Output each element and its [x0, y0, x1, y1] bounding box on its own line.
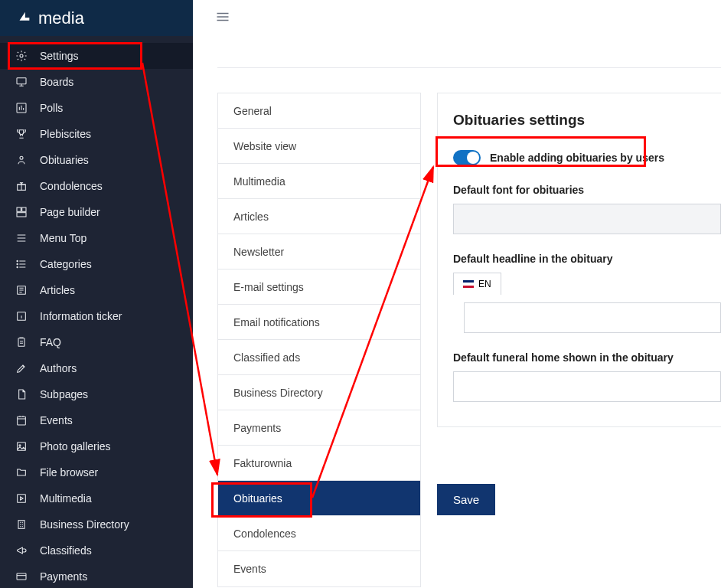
trophy-icon — [15, 128, 28, 140]
default-funeral-block: Default funeral home shown in the obitua… — [453, 351, 721, 402]
sidebar-item-plebiscites[interactable]: Plebiscites — [0, 121, 193, 147]
megaphone-icon — [15, 544, 28, 557]
default-font-block: Default font for obituaries — [453, 184, 721, 234]
sidebar-item-label: Boards — [40, 76, 73, 88]
svg-point-16 — [19, 445, 21, 446]
submenu-item-label: Condolences — [233, 528, 296, 540]
sidebar-item-boards[interactable]: Boards — [0, 69, 193, 95]
submenu-item-articles[interactable]: Articles — [218, 199, 420, 234]
submenu-item-label: E-mail settings — [233, 281, 304, 293]
svg-rect-14 — [18, 416, 26, 425]
svg-point-3 — [20, 156, 23, 159]
submenu-item-label: Email notifications — [233, 316, 320, 328]
submenu-item-label: Obituaries — [233, 492, 282, 505]
sidebar-item-classifieds[interactable]: Classifieds — [0, 537, 193, 564]
svg-rect-19 — [17, 573, 26, 580]
sidebar-item-authors[interactable]: Authors — [0, 355, 193, 381]
language-tabs: EN — [453, 273, 721, 295]
sidebar-item-multimedia[interactable]: Multimedia — [0, 485, 193, 511]
sidebar-item-label: Events — [40, 414, 73, 426]
list-icon — [15, 258, 28, 270]
tab-en[interactable]: EN — [453, 273, 501, 295]
submenu-item-label: Newsletter — [233, 246, 284, 258]
sidebar-item-label: Condolences — [40, 180, 103, 192]
newspaper-icon — [15, 284, 28, 296]
submenu-item-obituaries[interactable]: Obituaries — [218, 481, 420, 516]
calendar-icon — [15, 414, 28, 426]
submenu-item-newsletter[interactable]: Newsletter — [218, 234, 420, 270]
sidebar-item-label: Multimedia — [40, 492, 92, 505]
submenu-item-condolences[interactable]: Condolences — [218, 516, 420, 551]
svg-rect-17 — [18, 495, 26, 503]
panel-title: Obituaries settings — [453, 112, 721, 129]
submenu-item-fakturownia[interactable]: Fakturownia — [218, 446, 420, 481]
sidebar-item-page-builder[interactable]: Page builder — [0, 199, 193, 225]
svg-point-8 — [17, 260, 18, 261]
submenu-item-email-notifications[interactable]: Email notifications — [218, 305, 420, 340]
sidebar-item-label: FAQ — [40, 336, 61, 348]
default-headline-label: Default headline in the obituary — [453, 253, 721, 265]
sidebar-item-label: File browser — [40, 466, 98, 479]
gear-icon — [15, 50, 28, 62]
submenu-item-website-view[interactable]: Website view — [218, 129, 420, 164]
enable-obituaries-toggle[interactable] — [453, 150, 481, 165]
svg-rect-5 — [17, 207, 21, 211]
submenu-item-business-directory[interactable]: Business Directory — [218, 375, 420, 410]
sidebar-item-photo-galleries[interactable]: Photo galleries — [0, 433, 193, 459]
monitor-icon — [15, 76, 28, 88]
svg-point-9 — [17, 263, 18, 264]
settings-panel: Obituaries settings Enable adding obitua… — [437, 93, 721, 427]
sidebar-item-payments[interactable]: Payments — [0, 564, 193, 588]
submenu-item-multimedia[interactable]: Multimedia — [218, 164, 420, 199]
default-funeral-select[interactable] — [453, 371, 721, 402]
layout-icon — [15, 206, 28, 218]
sidebar-item-polls[interactable]: Polls — [0, 95, 193, 121]
brand: media — [0, 0, 193, 36]
default-font-select[interactable] — [453, 204, 721, 234]
sidebar-item-menu-top[interactable]: Menu Top — [0, 225, 193, 251]
submenu-item-classified-ads[interactable]: Classified ads — [218, 340, 420, 375]
sidebar-item-events[interactable]: Events — [0, 407, 193, 433]
settings-submenu: General Website view Multimedia Articles… — [217, 93, 421, 587]
sidebar: media Settings Boards Polls Plebiscites … — [0, 0, 193, 588]
submenu-item-label: Website view — [233, 140, 296, 152]
sidebar-item-faq[interactable]: FAQ — [0, 329, 193, 355]
clipboard-icon — [15, 336, 28, 348]
sidebar-item-condolences[interactable]: Condolences — [0, 173, 193, 199]
submenu-item-label: Multimedia — [233, 175, 285, 188]
sidebar-item-business-directory[interactable]: Business Directory — [0, 511, 193, 537]
sidebar-item-file-browser[interactable]: File browser — [0, 459, 193, 485]
enable-obituaries-row: Enable adding obituaries by users — [453, 150, 721, 165]
submenu-item-label: Events — [233, 563, 266, 575]
submenu-item-email-settings[interactable]: E-mail settings — [218, 270, 420, 305]
sidebar-item-label: Classifieds — [40, 544, 92, 557]
person-icon — [15, 154, 28, 166]
sidebar-toggle-button[interactable] — [216, 11, 230, 25]
default-headline-input[interactable] — [464, 302, 721, 333]
submenu-item-label: General — [233, 105, 272, 117]
submenu-item-general[interactable]: General — [218, 93, 420, 129]
save-button[interactable]: Save — [437, 484, 495, 515]
sidebar-item-obituaries[interactable]: Obituaries — [0, 147, 193, 173]
divider — [217, 67, 721, 68]
sidebar-item-categories[interactable]: Categories — [0, 251, 193, 277]
submenu-item-label: Articles — [233, 211, 269, 223]
sidebar-item-label: Articles — [40, 284, 75, 296]
submenu-item-events[interactable]: Events — [218, 551, 420, 586]
chart-icon — [15, 102, 28, 114]
brand-logo-icon — [15, 10, 32, 27]
sidebar-item-settings[interactable]: Settings — [0, 43, 193, 69]
sidebar-item-label: Plebiscites — [40, 128, 91, 140]
music-icon — [15, 492, 28, 505]
svg-rect-7 — [17, 213, 26, 217]
sidebar-item-label: Categories — [40, 258, 92, 270]
submenu-item-payments[interactable]: Payments — [218, 410, 420, 446]
sidebar-item-subpages[interactable]: Subpages — [0, 381, 193, 407]
sidebar-item-info-ticker[interactable]: Information ticker — [0, 303, 193, 329]
tab-en-label: EN — [478, 279, 491, 289]
svg-point-0 — [20, 54, 23, 57]
menu-icon — [15, 232, 28, 244]
brand-name: media — [38, 8, 84, 28]
sidebar-item-label: Payments — [40, 570, 87, 583]
sidebar-item-articles[interactable]: Articles — [0, 277, 193, 303]
